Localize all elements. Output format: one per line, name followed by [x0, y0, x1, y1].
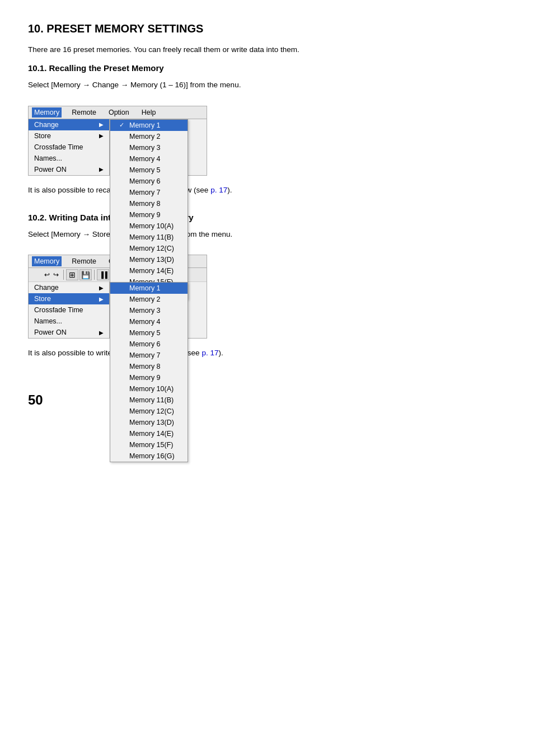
- store-memory15[interactable]: Memory 15(F): [110, 439, 188, 450]
- submenu-memory3[interactable]: Memory 3: [110, 142, 188, 153]
- check-icon: ✓: [119, 121, 127, 129]
- store-memory6[interactable]: Memory 6: [110, 339, 188, 350]
- store-memory14[interactable]: Memory 14(E): [110, 428, 188, 439]
- store-memory16[interactable]: Memory 16(G): [110, 450, 188, 462]
- submenu-memory6[interactable]: Memory 6: [110, 176, 188, 187]
- menu-item-names-2[interactable]: Names...: [29, 316, 109, 327]
- menu-item-crossfade[interactable]: Crossfade Time: [29, 142, 109, 153]
- menu-item-poweron[interactable]: Power ON ▶: [29, 164, 109, 175]
- section1-instruction: Select [Memory → Change → Memory (1 – 16…: [28, 79, 506, 91]
- submenu-store: Memory 1 Memory 2 Memory 3 Memory 4 Memo…: [110, 282, 188, 462]
- store-memory4[interactable]: Memory 4: [110, 316, 188, 327]
- toolbar-undo: ↩: [44, 271, 50, 279]
- toolbar-redo: ↪: [53, 271, 59, 279]
- submenu-memory8[interactable]: Memory 8: [110, 198, 188, 209]
- section1-footnote: It is also possible to recall from the M…: [28, 185, 506, 196]
- section2-link[interactable]: p. 17: [202, 349, 218, 357]
- store-memory7[interactable]: Memory 7: [110, 350, 188, 361]
- arrow-icon-poweron-2: ▶: [99, 330, 104, 336]
- arrow-icon-poweron: ▶: [99, 166, 104, 172]
- menu-left-1: Change ▶ Store ▶ Crossfade Time Names...…: [29, 119, 110, 175]
- submenu-memory14[interactable]: Memory 14(E): [110, 265, 188, 276]
- store-memory13[interactable]: Memory 13(D): [110, 417, 188, 428]
- menu-bar-remote[interactable]: Remote: [69, 107, 99, 118]
- submenu-memory11[interactable]: Memory 11(B): [110, 232, 188, 243]
- section-writing: 10.2. Writing Data into the Preset Memor…: [28, 213, 506, 359]
- section1-link[interactable]: p. 17: [210, 186, 227, 194]
- section1-heading: 10.1. Recalling the Preset Memory: [28, 63, 506, 73]
- menu-body-2: Change ▶ Store ▶ Crossfade Time Names...…: [29, 282, 207, 338]
- menu-screenshot-1: Memory Remote Option Help Change ▶ Store…: [28, 106, 207, 176]
- store-memory11[interactable]: Memory 11(B): [110, 395, 188, 406]
- store-memory8[interactable]: Memory 8: [110, 361, 188, 372]
- submenu-memory5[interactable]: Memory 5: [110, 165, 188, 176]
- submenu-memory10[interactable]: Memory 10(A): [110, 220, 188, 232]
- menu-bar-remote-2[interactable]: Remote: [69, 256, 99, 266]
- arrow-icon-change: ▶: [99, 121, 104, 128]
- section2-instruction: Select [Memory → Store → Memory (1 – 16)…: [28, 229, 506, 240]
- menu-bar-option[interactable]: Option: [106, 107, 132, 118]
- toolbar-sep-2: [94, 270, 95, 280]
- section2-heading: 10.2. Writing Data into the Preset Memor…: [28, 213, 506, 222]
- menu-body-1: Change ▶ Store ▶ Crossfade Time Names...…: [29, 119, 207, 175]
- menu-bar-1: Memory Remote Option Help: [29, 106, 207, 119]
- section-recalling: 10.1. Recalling the Preset Memory Select…: [28, 63, 506, 196]
- page-title: 10. PRESET MEMORY SETTINGS: [28, 22, 506, 35]
- menu-item-change[interactable]: Change ▶: [29, 119, 109, 130]
- arrow-icon-change-2: ▶: [99, 285, 104, 291]
- store-memory9[interactable]: Memory 9: [110, 372, 188, 383]
- submenu-memory9[interactable]: Memory 9: [110, 209, 188, 220]
- menu-item-names[interactable]: Names...: [29, 153, 109, 164]
- store-memory3[interactable]: Memory 3: [110, 305, 188, 316]
- toolbar-btn-pause[interactable]: ▐▐: [97, 269, 109, 280]
- menu-item-store-2[interactable]: Store ▶: [29, 293, 109, 304]
- submenu-memory12[interactable]: Memory 12(C): [110, 243, 188, 254]
- menu-item-poweron-2[interactable]: Power ON ▶: [29, 327, 109, 338]
- menu-left-2: Change ▶ Store ▶ Crossfade Time Names...…: [29, 282, 110, 338]
- store-memory1[interactable]: Memory 1: [110, 283, 188, 294]
- submenu-memory1-checked[interactable]: ✓ Memory 1: [110, 120, 188, 131]
- submenu-memory7[interactable]: Memory 7: [110, 187, 188, 198]
- submenu-memory4[interactable]: Memory 4: [110, 153, 188, 165]
- section2-footnote: It is also possible to write on the Memo…: [28, 348, 506, 359]
- submenu-change: ✓ Memory 1 Memory 2 Memory 3 Memory 4 Me…: [110, 119, 188, 299]
- intro-text: There are 16 preset memories. You can fr…: [28, 44, 506, 55]
- store-memory5[interactable]: Memory 5: [110, 327, 188, 339]
- menu-bar-memory-2[interactable]: Memory: [32, 256, 62, 266]
- submenu-memory13[interactable]: Memory 13(D): [110, 254, 188, 265]
- toolbar-btn-grid[interactable]: ⊞: [66, 269, 78, 280]
- store-memory10[interactable]: Memory 10(A): [110, 383, 188, 395]
- store-memory2[interactable]: Memory 2: [110, 294, 188, 305]
- menu-item-change-2[interactable]: Change ▶: [29, 282, 109, 293]
- arrow-icon-store-2: ▶: [99, 296, 104, 302]
- menu-item-store[interactable]: Store ▶: [29, 130, 109, 142]
- submenu-memory2[interactable]: Memory 2: [110, 131, 188, 142]
- menu-bar-memory[interactable]: Memory: [32, 107, 62, 118]
- toolbar-btn-save[interactable]: 💾: [79, 269, 92, 280]
- toolbar-sep-1: [63, 270, 64, 280]
- store-memory12[interactable]: Memory 12(C): [110, 406, 188, 417]
- arrow-icon-store: ▶: [99, 133, 104, 139]
- page-number: 50: [28, 392, 43, 407]
- menu-item-crossfade-2[interactable]: Crossfade Time: [29, 304, 109, 316]
- menu-bar-help[interactable]: Help: [139, 107, 158, 118]
